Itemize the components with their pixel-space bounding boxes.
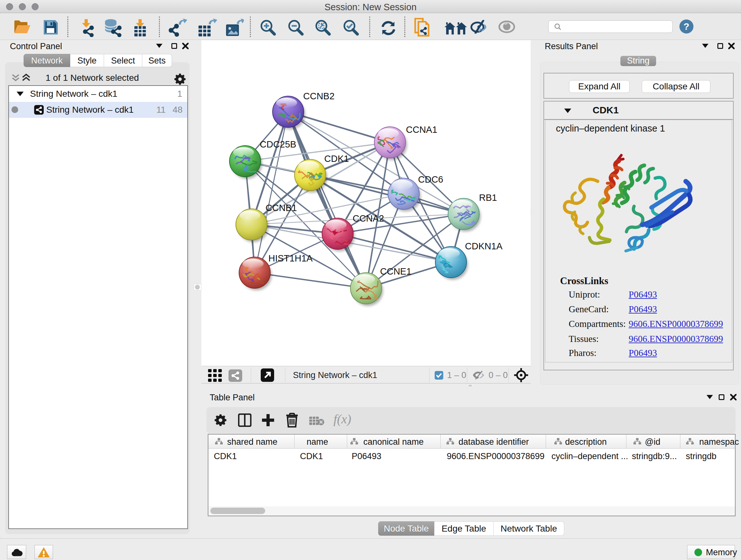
svg-text:CCNB2: CCNB2	[303, 91, 334, 101]
svg-text:HIST1H1A: HIST1H1A	[268, 253, 313, 263]
svg-text:CDC6: CDC6	[418, 174, 443, 185]
svg-text:CCNA1: CCNA1	[406, 125, 437, 135]
svg-text:?: ?	[684, 21, 689, 32]
svg-text:CDKN1A: CDKN1A	[465, 241, 502, 251]
svg-text:CCNA2: CCNA2	[353, 213, 384, 224]
svg-text:CCNB1: CCNB1	[266, 203, 297, 213]
svg-text:CDC25B: CDC25B	[260, 139, 296, 149]
svg-text:CCNE1: CCNE1	[380, 266, 411, 276]
svg-text:RB1: RB1	[479, 192, 497, 203]
svg-text:CDK1: CDK1	[324, 153, 349, 164]
